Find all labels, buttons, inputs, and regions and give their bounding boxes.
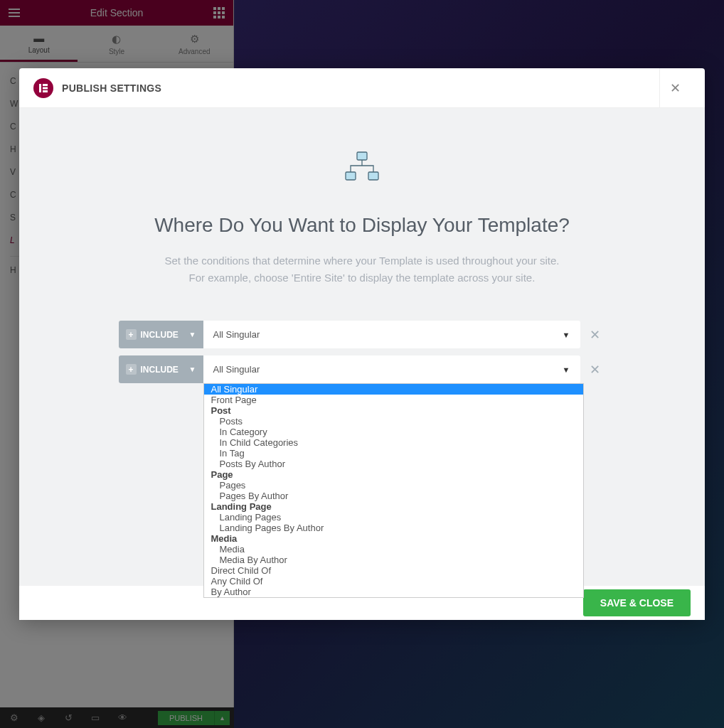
dropdown-option[interactable]: Direct Child Of: [204, 565, 583, 576]
include-toggle-2[interactable]: + INCLUDE ▼: [119, 355, 203, 383]
condition-row-2: + INCLUDE ▼ All Singular ▼ ✕ All Singula…: [119, 355, 606, 383]
close-icon[interactable]: ✕: [659, 68, 691, 108]
hero-description: Set the conditions that determine where …: [48, 252, 676, 287]
hero-desc-line2: For example, choose 'Entire Site' to dis…: [48, 269, 676, 287]
dropdown-option[interactable]: Landing Pages By Author: [204, 523, 583, 533]
dropdown-option[interactable]: Posts: [204, 416, 583, 427]
chevron-down-icon: ▼: [189, 331, 196, 338]
include-label: INCLUDE: [141, 330, 179, 340]
plus-icon: +: [126, 364, 137, 375]
condition-value-2: All Singular: [213, 364, 260, 375]
hero-desc-line1: Set the conditions that determine where …: [48, 252, 676, 269]
svg-rect-4: [357, 152, 367, 160]
dropdown-option[interactable]: Landing Pages: [204, 512, 583, 523]
svg-rect-3: [43, 90, 48, 92]
publish-settings-modal: PUBLISH SETTINGS ✕ Where Do You Want to …: [19, 68, 705, 620]
dropdown-option[interactable]: Any Child Of: [204, 576, 583, 587]
dropdown-option[interactable]: Front Page: [204, 395, 583, 405]
hero-title: Where Do You Want to Display Your Templa…: [48, 214, 676, 237]
dropdown-option: Landing Page: [204, 501, 583, 512]
modal-header: PUBLISH SETTINGS ✕: [19, 68, 705, 108]
dropdown-option[interactable]: Pages By Author: [204, 491, 583, 501]
svg-rect-1: [43, 84, 48, 86]
condition-row-1: + INCLUDE ▼ All Singular ▼ ✕: [119, 321, 606, 348]
modal-backdrop: PUBLISH SETTINGS ✕ Where Do You Want to …: [0, 0, 724, 728]
dropdown-option[interactable]: In Category: [204, 427, 583, 437]
include-label: INCLUDE: [141, 365, 179, 375]
dropdown-option[interactable]: Posts By Author: [204, 459, 583, 469]
svg-rect-0: [39, 84, 41, 92]
condition-value-1: All Singular: [213, 329, 260, 340]
conditions-list: + INCLUDE ▼ All Singular ▼ ✕ + INCLUDE ▼: [48, 321, 676, 383]
modal-title: PUBLISH SETTINGS: [62, 82, 161, 94]
dropdown-option[interactable]: In Tag: [204, 448, 583, 459]
plus-icon: +: [126, 329, 137, 340]
dropdown-option: Post: [204, 405, 583, 416]
dropdown-option[interactable]: All Singular: [204, 384, 583, 395]
condition-select-2[interactable]: All Singular ▼: [203, 355, 580, 383]
dropdown-option[interactable]: By Author: [204, 587, 583, 597]
dropdown-option[interactable]: In Child Categories: [204, 437, 583, 448]
svg-rect-2: [43, 87, 48, 89]
modal-body: Where Do You Want to Display Your Templa…: [19, 108, 705, 620]
chevron-down-icon: ▼: [189, 365, 196, 373]
chevron-down-icon: ▼: [563, 365, 570, 374]
svg-rect-6: [368, 172, 378, 180]
sitemap-icon: [48, 151, 676, 182]
condition-select-1[interactable]: All Singular ▼: [203, 321, 580, 348]
include-toggle-1[interactable]: + INCLUDE ▼: [119, 321, 203, 348]
condition-dropdown-menu[interactable]: All SingularFront PagePostPostsIn Catego…: [203, 383, 584, 598]
remove-condition-2[interactable]: ✕: [585, 359, 606, 380]
dropdown-option: Page: [204, 469, 583, 480]
dropdown-option[interactable]: Pages: [204, 480, 583, 491]
chevron-down-icon: ▼: [563, 331, 570, 339]
remove-condition-1[interactable]: ✕: [585, 324, 606, 346]
save-close-button[interactable]: SAVE & CLOSE: [583, 589, 691, 616]
dropdown-option: Media: [204, 533, 583, 544]
svg-rect-5: [346, 172, 356, 180]
elementor-logo-icon: [33, 78, 53, 98]
dropdown-option[interactable]: Media By Author: [204, 555, 583, 565]
dropdown-option[interactable]: Media: [204, 544, 583, 555]
